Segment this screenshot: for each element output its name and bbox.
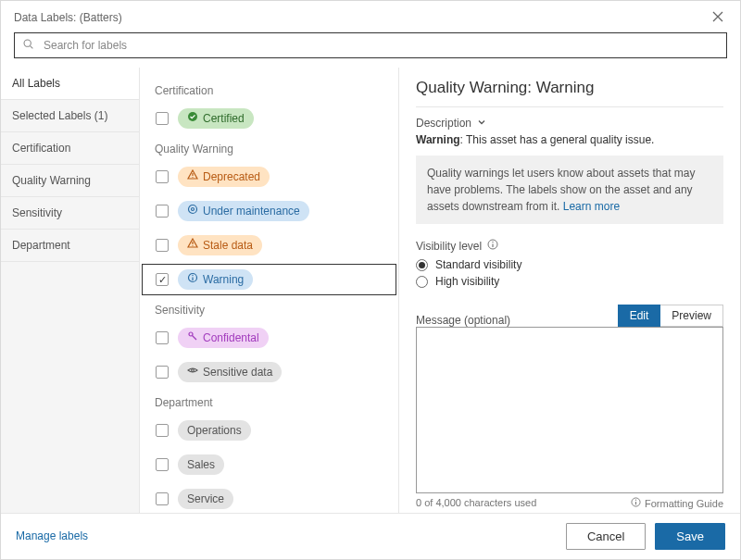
pill-label: Stale data xyxy=(203,238,253,253)
pill-sales: Sales xyxy=(178,454,224,475)
svg-point-4 xyxy=(192,177,193,178)
label-row-sensitive[interactable]: Sensitive data xyxy=(142,356,396,388)
checkbox[interactable] xyxy=(156,458,169,471)
group-header-quality: Quality Warning xyxy=(140,137,398,161)
radio-high[interactable]: High visibility xyxy=(416,275,723,288)
group-header-certification: Certification xyxy=(140,79,398,103)
checkbox[interactable] xyxy=(156,331,169,344)
checkbox[interactable] xyxy=(156,273,169,286)
label-row-warning[interactable]: Warning xyxy=(142,264,396,295)
search-icon xyxy=(22,38,34,53)
pill-label: Sensitive data xyxy=(203,365,272,380)
manage-labels-link[interactable]: Manage labels xyxy=(16,529,88,542)
checkbox[interactable] xyxy=(156,366,169,379)
sidebar-item-certification[interactable]: Certification xyxy=(1,132,139,165)
checkbox[interactable] xyxy=(156,492,169,505)
search-box[interactable] xyxy=(14,32,727,58)
message-label: Message (optional) xyxy=(416,314,510,327)
dialog-title: Data Labels: (Batters) xyxy=(14,11,122,24)
label-row-confidential[interactable]: Confidental xyxy=(142,322,396,354)
footer-buttons: Cancel Save xyxy=(566,523,725,550)
eye-icon xyxy=(187,365,198,380)
tab-preview[interactable]: Preview xyxy=(660,305,723,327)
svg-line-1 xyxy=(31,46,33,49)
label-row-operations[interactable]: Operations xyxy=(142,415,396,446)
pill-operations: Operations xyxy=(178,420,251,441)
pill-stale: Stale data xyxy=(178,235,262,255)
sidebar-item-department[interactable]: Department xyxy=(1,230,139,262)
pill-label: Service xyxy=(187,492,224,506)
message-header: Message (optional) Edit Preview xyxy=(416,305,723,327)
group-header-sensitivity: Sensitivity xyxy=(140,298,398,322)
sidebar: All Labels Selected Labels (1) Certifica… xyxy=(1,68,140,513)
message-box xyxy=(416,327,723,493)
content-area: All Labels Selected Labels (1) Certifica… xyxy=(1,68,740,514)
search-input[interactable] xyxy=(42,38,719,53)
pill-label: Deprecated xyxy=(203,169,260,184)
message-textarea[interactable] xyxy=(417,328,722,492)
pill-label: Warning xyxy=(203,272,244,287)
sidebar-item-quality[interactable]: Quality Warning xyxy=(1,165,139,197)
info-icon xyxy=(631,497,641,509)
pill-deprecated: Deprecated xyxy=(178,167,270,187)
info-icon[interactable] xyxy=(487,239,498,253)
checkbox[interactable] xyxy=(156,239,169,252)
label-row-service[interactable]: Service xyxy=(142,483,396,513)
detail-panel: Quality Warning: Warning Description War… xyxy=(399,68,740,513)
formatting-guide-link[interactable]: Formatting Guide xyxy=(631,497,723,509)
label-row-stale[interactable]: Stale data xyxy=(142,230,396,261)
label-row-sales[interactable]: Sales xyxy=(142,449,396,480)
key-icon xyxy=(187,330,198,345)
svg-point-17 xyxy=(492,242,493,243)
message-tabs: Edit Preview xyxy=(618,305,723,327)
svg-point-5 xyxy=(189,205,197,214)
checkbox[interactable] xyxy=(156,424,169,437)
description-toggle[interactable]: Description xyxy=(416,117,723,130)
radio-standard[interactable]: Standard visibility xyxy=(416,258,723,271)
footer-bar: Manage labels Cancel Save xyxy=(1,514,740,558)
chevron-down-icon xyxy=(477,117,486,130)
labels-list: Certification Certified Quality Warning … xyxy=(140,68,399,513)
svg-point-12 xyxy=(189,332,193,336)
tab-edit[interactable]: Edit xyxy=(618,305,661,327)
radio-button[interactable] xyxy=(416,276,428,288)
sidebar-item-sensitivity[interactable]: Sensitivity xyxy=(1,197,139,230)
sidebar-item-selected[interactable]: Selected Labels (1) xyxy=(1,100,139,132)
warning-icon xyxy=(187,238,198,253)
checkbox[interactable] xyxy=(156,170,169,183)
pill-confidential: Confidental xyxy=(178,328,269,348)
svg-point-14 xyxy=(192,369,195,372)
char-count: 0 of 4,000 characters used xyxy=(416,497,536,509)
label-row-certified[interactable]: Certified xyxy=(142,103,396,134)
svg-point-6 xyxy=(192,208,195,211)
message-footer: 0 of 4,000 characters used Formatting Gu… xyxy=(416,497,723,509)
pill-label: Operations xyxy=(187,423,242,438)
group-header-department: Department xyxy=(140,391,398,415)
detail-title: Quality Warning: Warning xyxy=(416,79,723,107)
pill-label: Confidental xyxy=(203,330,259,345)
close-icon[interactable] xyxy=(709,7,727,29)
svg-point-8 xyxy=(192,245,193,246)
learn-more-link[interactable]: Learn more xyxy=(563,200,620,213)
label-row-maintenance[interactable]: Under maintenance xyxy=(142,195,396,227)
pill-service: Service xyxy=(178,489,233,509)
radio-button[interactable] xyxy=(416,259,428,271)
search-container xyxy=(1,32,740,68)
sidebar-item-all[interactable]: All Labels xyxy=(1,68,139,100)
save-button[interactable]: Save xyxy=(655,523,725,550)
warning-icon xyxy=(187,169,198,184)
pill-sensitive: Sensitive data xyxy=(178,362,282,382)
info-box: Quality warnings let users know about as… xyxy=(416,156,723,224)
pill-warning: Warning xyxy=(178,269,253,290)
svg-point-20 xyxy=(635,500,636,501)
description-text: Warning: This asset has a general qualit… xyxy=(416,133,723,146)
maintenance-icon xyxy=(187,204,198,218)
checkbox[interactable] xyxy=(156,205,169,218)
svg-point-11 xyxy=(192,275,193,276)
info-icon xyxy=(187,272,198,287)
label-row-deprecated[interactable]: Deprecated xyxy=(142,161,396,193)
svg-line-13 xyxy=(193,336,197,341)
pill-certified: Certified xyxy=(178,108,254,129)
checkbox[interactable] xyxy=(156,112,169,125)
cancel-button[interactable]: Cancel xyxy=(566,523,646,550)
